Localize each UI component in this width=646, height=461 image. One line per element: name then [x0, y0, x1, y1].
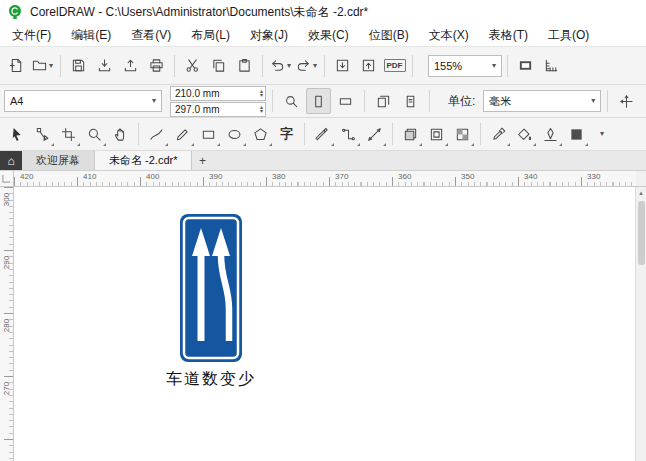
scroll-up-icon[interactable]: ▴	[639, 187, 643, 199]
transparency-tool[interactable]	[450, 121, 475, 147]
show-rulers-button[interactable]	[539, 53, 564, 79]
scrollbar-thumb[interactable]	[638, 201, 645, 265]
drawing-canvas[interactable]: 车道数变少	[14, 187, 635, 461]
zoom-level-combobox[interactable]: 155% ▾	[428, 55, 502, 77]
freehand-tool[interactable]	[144, 121, 169, 147]
download-content-button[interactable]	[92, 53, 117, 79]
zoom-level-value: 155%	[434, 60, 462, 72]
spin-down-icon[interactable]: ▾	[260, 93, 263, 97]
undo-icon	[270, 58, 285, 73]
home-button[interactable]: ⌂	[0, 151, 22, 170]
separator	[262, 55, 263, 77]
ruler-label-slot: 280	[0, 313, 13, 376]
contour-icon	[429, 127, 444, 142]
preset-dropdown-caret-icon[interactable]: ▾	[152, 97, 156, 105]
standard-toolbar: ▾ ▾ ▾	[0, 47, 646, 85]
artistic-media-tool[interactable]	[170, 121, 195, 147]
page-width-value: 210.0 mm	[175, 88, 219, 99]
page-zoom-button[interactable]	[279, 88, 304, 114]
vertical-ruler[interactable]: 300290280270	[0, 187, 14, 461]
contour-tool[interactable]	[424, 121, 449, 147]
text-tool[interactable]: 字	[274, 121, 299, 147]
horizontal-ruler[interactable]: 420410400390380370360350340330	[14, 171, 636, 187]
ruler-row: 420410400390380370360350340330	[0, 171, 646, 187]
outline-pen-tool[interactable]	[538, 121, 563, 147]
polygon-tool[interactable]	[248, 121, 273, 147]
menu-item[interactable]: 查看(V)	[121, 24, 181, 47]
interactive-fill-tool[interactable]	[512, 121, 537, 147]
copy-button[interactable]	[206, 53, 231, 79]
tab-untitled-document[interactable]: 未命名 -2.cdr*	[95, 151, 192, 170]
save-button[interactable]	[66, 53, 91, 79]
menu-item[interactable]: 位图(B)	[359, 24, 419, 47]
fullscreen-preview-button[interactable]	[513, 53, 538, 79]
shape-tool[interactable]	[30, 121, 55, 147]
redo-dropdown-caret-icon[interactable]: ▾	[313, 62, 317, 70]
export-button[interactable]	[356, 53, 381, 79]
separator	[507, 55, 508, 77]
sign-caption-text[interactable]: 车道数变少	[147, 369, 275, 390]
ellipse-tool[interactable]	[222, 121, 247, 147]
redo-button[interactable]: ▾	[294, 53, 319, 79]
import-button[interactable]	[330, 53, 355, 79]
width-spinner[interactable]: ▴▾	[260, 89, 263, 97]
zoom-dropdown-caret-icon[interactable]: ▾	[492, 62, 496, 70]
window-title: CorelDRAW - C:\Users\Administrator\Docum…	[30, 4, 368, 21]
crop-tool[interactable]	[56, 121, 81, 147]
new-tab-button[interactable]: +	[192, 151, 212, 170]
rectangle-tool[interactable]	[196, 121, 221, 147]
undo-dropdown-caret-icon[interactable]: ▾	[287, 62, 291, 70]
apply-to-all-pages-button[interactable]	[371, 88, 396, 114]
menu-item[interactable]: 文本(X)	[419, 24, 479, 47]
duplicate-distance-button[interactable]	[641, 88, 646, 114]
apply-to-current-page-button[interactable]	[398, 88, 423, 114]
tab-welcome-screen[interactable]: 欢迎屏幕	[22, 151, 95, 170]
eyedropper-tool[interactable]	[486, 121, 511, 147]
spin-down-icon[interactable]: ▾	[260, 109, 263, 113]
menu-item[interactable]: 效果(C)	[298, 24, 359, 47]
drop-shadow-tool[interactable]	[398, 121, 423, 147]
traffic-sign-object[interactable]	[179, 213, 243, 363]
cut-button[interactable]	[180, 53, 205, 79]
download-arrow-icon	[97, 58, 112, 73]
dimension-icon	[367, 127, 382, 142]
menu-item[interactable]: 编辑(E)	[61, 24, 121, 47]
page-height-field[interactable]: 297.0 mm ▴▾	[170, 102, 266, 117]
pan-tool[interactable]	[108, 121, 133, 147]
fill-color-tool[interactable]	[564, 121, 589, 147]
print-button[interactable]	[144, 53, 169, 79]
overflow-caret-icon: ▾	[600, 130, 604, 138]
page-size-preset-combobox[interactable]: A4 ▾	[4, 90, 162, 112]
dimension-tool[interactable]	[362, 121, 387, 147]
menu-item[interactable]: 工具(O)	[538, 24, 599, 47]
ruler-origin[interactable]	[0, 171, 14, 187]
vertical-scrollbar[interactable]: ▴	[635, 187, 646, 461]
nudge-distance-button[interactable]	[614, 88, 639, 114]
zoom-tool[interactable]	[82, 121, 107, 147]
page-width-field[interactable]: 210.0 mm ▴▾	[170, 86, 266, 101]
menu-item[interactable]: 文件(F)	[2, 24, 61, 47]
import-icon	[335, 58, 350, 73]
toolbox-overflow-button[interactable]: ▾	[590, 122, 612, 146]
pick-tool[interactable]	[4, 121, 29, 147]
open-dropdown-caret-icon[interactable]: ▾	[49, 62, 53, 70]
new-document-icon	[9, 58, 24, 73]
units-combobox[interactable]: 毫米 ▾	[483, 90, 601, 112]
landscape-icon	[338, 94, 353, 109]
menu-item[interactable]: 表格(T)	[479, 24, 538, 47]
connector-tool[interactable]	[336, 121, 361, 147]
new-document-button[interactable]	[4, 53, 29, 79]
ruler-label: 360	[398, 171, 461, 186]
pen-tool[interactable]	[310, 121, 335, 147]
landscape-orientation-button[interactable]	[333, 88, 358, 114]
portrait-orientation-button[interactable]	[306, 88, 331, 114]
paste-button[interactable]	[232, 53, 257, 79]
menu-item[interactable]: 布局(L)	[181, 24, 240, 47]
units-dropdown-caret-icon[interactable]: ▾	[591, 97, 595, 105]
menu-item[interactable]: 对象(J)	[240, 24, 298, 47]
upload-content-button[interactable]	[118, 53, 143, 79]
open-document-button[interactable]: ▾	[30, 53, 55, 79]
height-spinner[interactable]: ▴▾	[260, 105, 263, 113]
publish-to-pdf-button[interactable]: PDF	[382, 53, 407, 79]
undo-button[interactable]: ▾	[268, 53, 293, 79]
